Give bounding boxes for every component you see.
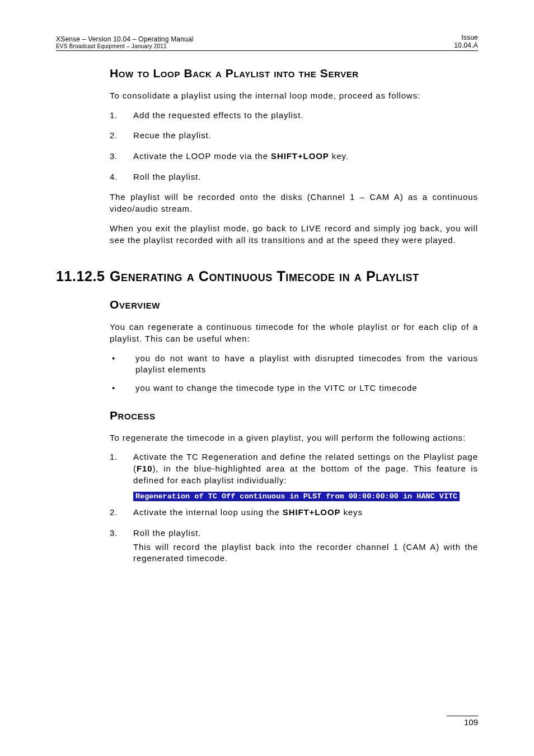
code-strip: Regeneration of TC Off continuous in PLS… — [110, 489, 478, 507]
paragraph: When you exit the playlist mode, go back… — [110, 223, 478, 246]
steps-loop-back: 1. Add the requested effects to the play… — [110, 110, 478, 183]
bullet-text: you do not want to have a playlist with … — [135, 353, 478, 376]
page: XSense – Version 10.04 – Operating Manua… — [0, 0, 534, 756]
overview-paragraph: You can regenerate a continuous timecode… — [110, 321, 478, 344]
step-number: 3. — [110, 528, 133, 539]
step-2: 2. Recue the playlist. — [110, 130, 478, 142]
page-footer: 109 — [447, 716, 478, 727]
footer-rule — [447, 716, 478, 716]
step-number: 1. — [110, 110, 133, 122]
process-paragraph: To regenerate the timecode in a given pl… — [110, 432, 478, 444]
process-step-1: 1. Activate the TC Regeneration and defi… — [110, 451, 478, 486]
step-text-a: Activate the internal loop using the — [133, 507, 283, 517]
bullet-text: you want to change the timecode type in … — [135, 382, 478, 394]
step-text: Activate the internal loop using the SHI… — [133, 507, 478, 519]
heading-process: Process — [110, 409, 478, 422]
process-step-3: 3. Roll the playlist. — [110, 528, 478, 539]
step-number: 4. — [110, 171, 133, 183]
shift-loop-key: SHIFT+LOOP — [283, 507, 341, 517]
step-text: Activate the LOOP mode via the SHIFT+LOO… — [133, 151, 478, 162]
page-number: 109 — [464, 717, 478, 727]
process-step-3-sub: This will record the playlist back into … — [133, 542, 478, 564]
step-text-b: key. — [329, 151, 349, 161]
step-text: Activate the TC Regeneration and define … — [133, 451, 478, 486]
header-issue-value: 10.04.A — [454, 41, 478, 49]
bullet-icon: • — [110, 353, 135, 376]
intro-paragraph: To consolidate a playlist using the inte… — [110, 90, 478, 102]
steps-process: 1. Activate the TC Regeneration and defi… — [110, 451, 478, 564]
step-number: 3. — [110, 151, 133, 162]
step-text-a: Activate the LOOP mode via the — [133, 151, 271, 161]
step-text: Roll the playlist. — [133, 171, 478, 183]
heading-generating-tc: 11.12.5 Generating a Continuous Timecode… — [56, 268, 478, 284]
heading-loop-back: How to Loop Back a Playlist into the Ser… — [110, 67, 478, 80]
step-4: 4. Roll the playlist. — [110, 171, 478, 183]
header-right: Issue 10.04.A — [454, 34, 478, 49]
step-text-b: keys — [340, 507, 363, 517]
heading-text: Generating a Continuous Timecode in a Pl… — [110, 268, 419, 284]
code-strip-text: Regeneration of TC Off continuous in PLS… — [133, 492, 460, 501]
step-1: 1. Add the requested effects to the play… — [110, 110, 478, 122]
page-header: XSense – Version 10.04 – Operating Manua… — [56, 34, 478, 51]
step-3: 3. Activate the LOOP mode via the SHIFT+… — [110, 151, 478, 162]
f10-key: F10 — [137, 464, 153, 473]
header-title: XSense – Version 10.04 – Operating Manua… — [56, 35, 194, 43]
step-number: 2. — [110, 507, 133, 519]
step-text-b: ), in the blue-highlighted area at the b… — [133, 464, 478, 485]
shift-loop-key: SHIFT+LOOP — [271, 151, 329, 161]
process-step-2: 2. Activate the internal loop using the … — [110, 507, 478, 519]
step-text: Roll the playlist. — [133, 528, 478, 539]
step-number: 2. — [110, 130, 133, 142]
heading-overview: Overview — [110, 298, 478, 311]
step-number: 1. — [110, 451, 133, 486]
header-subtitle: EVS Broadcast Equipment – January 2011 — [56, 43, 194, 49]
step-text: Add the requested effects to the playlis… — [133, 110, 478, 122]
overview-bullets: • you do not want to have a playlist wit… — [110, 353, 478, 394]
bullet-icon: • — [110, 382, 135, 394]
header-issue-label: Issue — [454, 34, 478, 41]
content: How to Loop Back a Playlist into the Ser… — [110, 67, 478, 564]
bullet-item: • you want to change the timecode type i… — [110, 382, 478, 394]
header-left: XSense – Version 10.04 – Operating Manua… — [56, 35, 194, 49]
bullet-item: • you do not want to have a playlist wit… — [110, 353, 478, 376]
step-text: Recue the playlist. — [133, 130, 478, 142]
paragraph: The playlist will be recorded onto the d… — [110, 192, 478, 214]
heading-number: 11.12.5 — [56, 268, 110, 284]
